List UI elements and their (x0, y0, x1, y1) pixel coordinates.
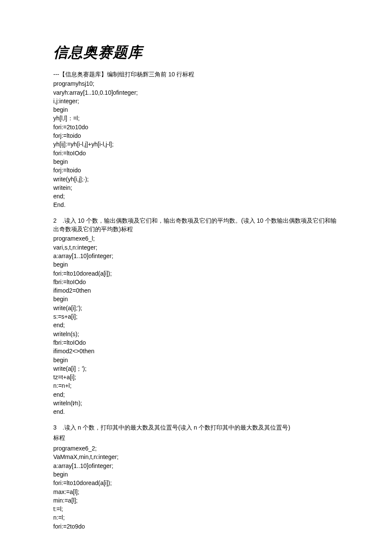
problem-1-code: programyhsj10; varyh:array[1..10,0.10]of… (53, 79, 339, 209)
problem-3-code: programexe6_2; VaMmaX,min,t,n:integer; a… (53, 444, 339, 531)
problem-2-heading: 2 .读入 10 个数，输出偶数项及它们和，输出奇数项及它们的平均数。(读入 1… (53, 216, 339, 234)
problem-3-sublabel: 标程 (53, 433, 339, 443)
page-title: 信息奥赛题库 (53, 43, 339, 62)
problem-2-code: programexe6_l; vari,s,t,n:integer; a:arr… (53, 234, 339, 416)
problem-3-heading: 3 .读入 n 个数，打印其中的最大数及其位置号(读入 n 个数打印其中的最大数… (53, 423, 339, 432)
problem-1-heading: ---【信息奥赛题库】编制组打印杨辉三角前 10 行标程 (53, 70, 339, 78)
document-page: 信息奥赛题库 ---【信息奥赛题库】编制组打印杨辉三角前 10 行标程 prog… (0, 0, 392, 555)
